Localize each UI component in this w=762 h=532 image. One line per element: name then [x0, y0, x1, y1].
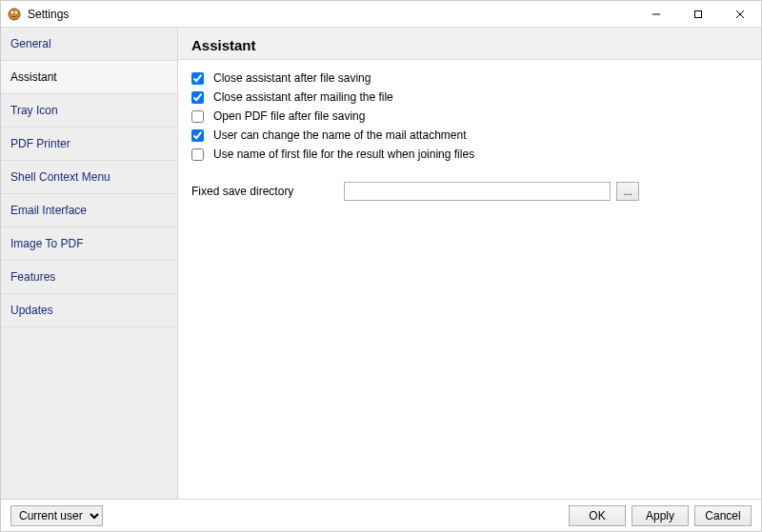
sidebar-item-pdf-printer[interactable]: PDF Printer — [1, 128, 177, 161]
ok-button[interactable]: OK — [569, 505, 626, 526]
apply-button[interactable]: Apply — [632, 505, 689, 526]
scope-select[interactable]: Current user — [10, 505, 103, 526]
panel-header: Assistant — [178, 28, 761, 60]
svg-rect-4 — [695, 11, 702, 18]
bottombar: Current user OK Apply Cancel — [1, 499, 761, 531]
fixed-save-directory-input[interactable] — [344, 182, 611, 201]
sidebar-item-label: Features — [10, 270, 55, 284]
svg-point-0 — [9, 9, 20, 20]
main-panel: Assistant Close assistant after file sav… — [178, 28, 761, 499]
sidebar-item-label: Updates — [10, 304, 53, 317]
browse-button[interactable]: ... — [616, 182, 639, 201]
option-label: Close assistant after file saving — [213, 71, 371, 85]
fixed-save-directory-label: Fixed save directory — [191, 185, 344, 198]
sidebar-item-label: General — [10, 37, 51, 50]
sidebar-item-image-to-pdf[interactable]: Image To PDF — [1, 227, 177, 261]
svg-point-2 — [15, 10, 17, 12]
sidebar-item-updates[interactable]: Updates — [1, 294, 177, 327]
sidebar-item-shell-context-menu[interactable]: Shell Context Menu — [1, 161, 177, 194]
dialog-buttons: OK Apply Cancel — [569, 505, 752, 526]
window-controls — [635, 1, 761, 27]
body: General Assistant Tray Icon PDF Printer … — [1, 28, 761, 499]
minimize-button[interactable] — [635, 1, 677, 28]
settings-window: Settings General Assistant Tray Icon PDF… — [0, 0, 762, 532]
app-icon — [7, 7, 22, 22]
sidebar-item-label: Image To PDF — [10, 237, 83, 250]
close-button[interactable] — [719, 1, 761, 28]
option-close-after-mailing: Close assistant after mailing the file — [191, 90, 748, 104]
option-open-pdf-after-saving: Open PDF file after file saving — [191, 109, 748, 123]
sidebar-item-assistant[interactable]: Assistant — [1, 61, 177, 94]
cancel-button[interactable]: Cancel — [694, 505, 752, 526]
fixed-save-directory-row: Fixed save directory ... — [191, 182, 748, 201]
option-label: Use name of first file for the result wh… — [213, 148, 474, 161]
maximize-button[interactable] — [677, 1, 719, 28]
sidebar-item-label: Email Interface — [10, 204, 87, 217]
checkbox-open-pdf-after-saving[interactable] — [191, 110, 204, 123]
sidebar-item-tray-icon[interactable]: Tray Icon — [1, 94, 177, 128]
option-use-first-filename-on-join: Use name of first file for the result wh… — [191, 148, 748, 161]
checkbox-close-after-saving[interactable] — [191, 72, 204, 85]
checkbox-change-attachment-name[interactable] — [191, 129, 204, 142]
window-title: Settings — [28, 8, 69, 21]
option-label: User can change the name of the mail att… — [213, 128, 466, 142]
sidebar-item-label: Tray Icon — [10, 104, 58, 117]
checkbox-use-first-filename-on-join[interactable] — [191, 148, 204, 161]
sidebar-item-label: PDF Printer — [10, 137, 70, 150]
titlebar: Settings — [1, 1, 761, 28]
sidebar-item-general[interactable]: General — [1, 28, 177, 61]
sidebar-item-features[interactable]: Features — [1, 261, 177, 294]
option-change-attachment-name: User can change the name of the mail att… — [191, 128, 748, 142]
checkbox-close-after-mailing[interactable] — [191, 91, 204, 104]
option-close-after-saving: Close assistant after file saving — [191, 71, 748, 85]
option-label: Close assistant after mailing the file — [213, 90, 393, 104]
option-label: Open PDF file after file saving — [213, 109, 365, 123]
sidebar-filler — [1, 327, 177, 499]
sidebar-item-label: Assistant — [10, 70, 57, 84]
panel-title: Assistant — [191, 37, 748, 53]
sidebar-item-label: Shell Context Menu — [10, 170, 110, 184]
panel-content: Close assistant after file saving Close … — [178, 60, 761, 212]
sidebar-item-email-interface[interactable]: Email Interface — [1, 194, 177, 227]
svg-point-1 — [11, 10, 13, 12]
sidebar: General Assistant Tray Icon PDF Printer … — [1, 28, 178, 499]
